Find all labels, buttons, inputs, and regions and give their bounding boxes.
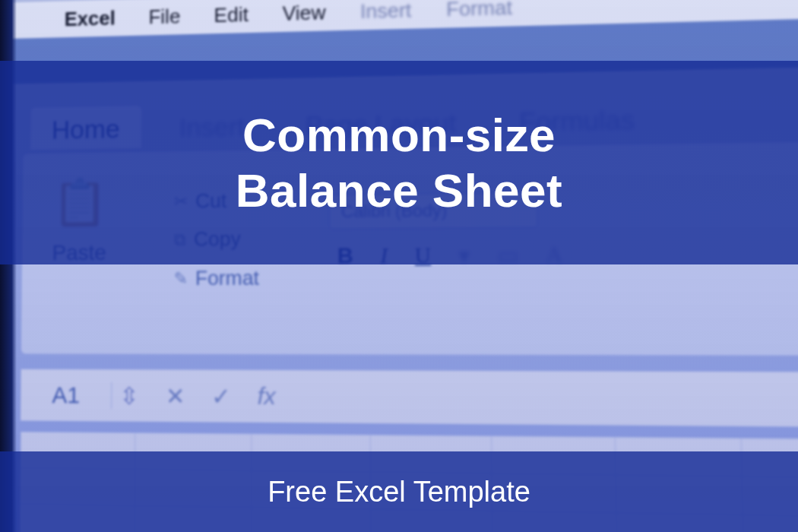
title-line-1: Common-size: [242, 107, 556, 163]
subtitle-text: Free Excel Template: [268, 476, 530, 508]
title-line-2: Balance Sheet: [236, 163, 562, 218]
subtitle-banner: Free Excel Template: [0, 451, 798, 532]
thumbnail-canvas: Excel File Edit View Insert Format Home …: [0, 0, 798, 532]
title-banner: Common-size Balance Sheet: [0, 61, 798, 264]
